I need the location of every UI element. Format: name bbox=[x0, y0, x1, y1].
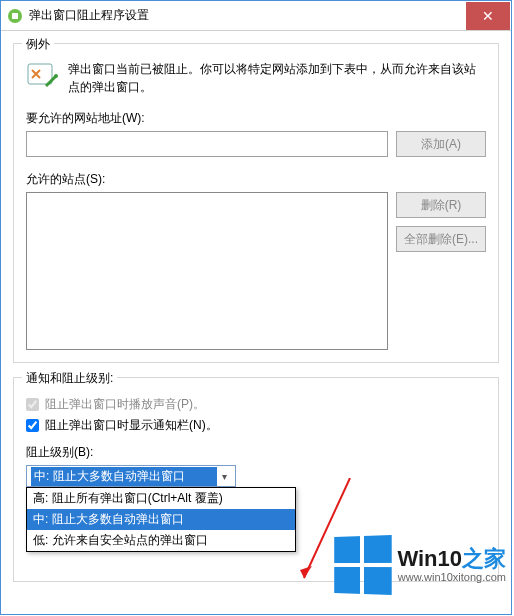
titlebar: 弹出窗口阻止程序设置 ✕ bbox=[1, 1, 511, 31]
level-combobox[interactable]: 中: 阻止大多数自动弹出窗口 ▾ bbox=[26, 465, 236, 487]
description-text: 弹出窗口当前已被阻止。你可以将特定网站添加到下表中，从而允许来自该站点的弹出窗口… bbox=[68, 60, 486, 96]
bar-checkbox-row: 阻止弹出窗口时显示通知栏(N)。 bbox=[26, 417, 486, 434]
address-input[interactable] bbox=[26, 131, 388, 157]
level-option-low[interactable]: 低: 允许来自安全站点的弹出窗口 bbox=[27, 530, 295, 551]
info-icon bbox=[26, 60, 58, 92]
notify-group-title: 通知和阻止级别: bbox=[22, 370, 117, 387]
level-option-medium[interactable]: 中: 阻止大多数自动弹出窗口 bbox=[27, 509, 295, 530]
svg-rect-1 bbox=[12, 13, 18, 19]
description-row: 弹出窗口当前已被阻止。你可以将特定网站添加到下表中，从而允许来自该站点的弹出窗口… bbox=[26, 60, 486, 96]
bar-checkbox[interactable] bbox=[26, 419, 39, 432]
sites-label: 允许的站点(S): bbox=[26, 171, 486, 188]
sound-checkbox[interactable] bbox=[26, 398, 39, 411]
close-icon: ✕ bbox=[482, 8, 494, 24]
sites-buttons: 删除(R) 全部删除(E)... bbox=[396, 192, 486, 350]
remove-all-button[interactable]: 全部删除(E)... bbox=[396, 226, 486, 252]
notify-group: 通知和阻止级别: 阻止弹出窗口时播放声音(P)。 阻止弹出窗口时显示通知栏(N)… bbox=[13, 377, 499, 582]
sites-row: 删除(R) 全部删除(E)... bbox=[26, 192, 486, 350]
window-title: 弹出窗口阻止程序设置 bbox=[29, 7, 466, 24]
level-selected: 中: 阻止大多数自动弹出窗口 bbox=[31, 467, 217, 486]
content-area: 例外 弹出窗口当前已被阻止。你可以将特定网站添加到下表中，从而允许来自该站点的弹… bbox=[1, 31, 511, 608]
exceptions-group: 例外 弹出窗口当前已被阻止。你可以将特定网站添加到下表中，从而允许来自该站点的弹… bbox=[13, 43, 499, 363]
level-block: 阻止级别(B): 中: 阻止大多数自动弹出窗口 ▾ 高: 阻止所有弹出窗口(Ct… bbox=[26, 444, 486, 487]
notify-block: 阻止弹出窗口时播放声音(P)。 阻止弹出窗口时显示通知栏(N)。 bbox=[26, 388, 486, 434]
level-option-high[interactable]: 高: 阻止所有弹出窗口(Ctrl+Alt 覆盖) bbox=[27, 488, 295, 509]
app-icon bbox=[7, 8, 23, 24]
address-row: 添加(A) bbox=[26, 131, 486, 157]
level-combo-wrap: 中: 阻止大多数自动弹出窗口 ▾ 高: 阻止所有弹出窗口(Ctrl+Alt 覆盖… bbox=[26, 465, 486, 487]
sound-label: 阻止弹出窗口时播放声音(P)。 bbox=[45, 396, 205, 413]
svg-point-3 bbox=[54, 74, 58, 78]
address-label: 要允许的网站地址(W): bbox=[26, 110, 486, 127]
svg-rect-2 bbox=[28, 64, 52, 84]
dialog-window: 弹出窗口阻止程序设置 ✕ 例外 弹出窗口当前已被阻止。你可以将特定网站添加到下表… bbox=[0, 0, 512, 615]
exceptions-group-title: 例外 bbox=[22, 36, 54, 53]
allowed-sites-list[interactable] bbox=[26, 192, 388, 350]
sound-checkbox-row: 阻止弹出窗口时播放声音(P)。 bbox=[26, 396, 486, 413]
bar-label: 阻止弹出窗口时显示通知栏(N)。 bbox=[45, 417, 218, 434]
level-label: 阻止级别(B): bbox=[26, 444, 486, 461]
close-button[interactable]: ✕ bbox=[466, 2, 510, 30]
remove-button[interactable]: 删除(R) bbox=[396, 192, 486, 218]
level-dropdown: 高: 阻止所有弹出窗口(Ctrl+Alt 覆盖) 中: 阻止大多数自动弹出窗口 … bbox=[26, 487, 296, 552]
chevron-down-icon: ▾ bbox=[217, 471, 231, 482]
add-button[interactable]: 添加(A) bbox=[396, 131, 486, 157]
